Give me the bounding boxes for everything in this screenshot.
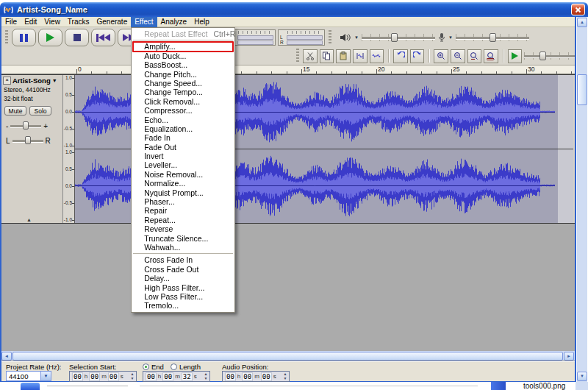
time-digit: 00	[89, 372, 100, 381]
ruler-tick	[346, 71, 347, 74]
play-button[interactable]	[38, 29, 62, 46]
menu-effect[interactable]: Effect Repeat Last EffectCtrl+RAmplify..…	[131, 17, 157, 27]
ruler-tick	[437, 71, 437, 74]
menu-item-bassboost[interactable]: BassBoost...	[132, 60, 234, 69]
menu-item-leveller[interactable]: Leveller...	[132, 160, 234, 169]
menu-item-click-removal[interactable]: Click Removal...	[132, 97, 234, 106]
menu-file[interactable]: File	[1, 17, 21, 27]
undo-button[interactable]	[393, 49, 408, 63]
zoom-out-button[interactable]	[451, 49, 465, 63]
play-at-speed-button[interactable]	[508, 49, 523, 63]
menu-item-wahwah[interactable]: Wahwah...	[132, 243, 234, 252]
ruler-tick	[451, 69, 452, 74]
toolbar-grip[interactable]	[296, 49, 299, 63]
copy-button[interactable]	[320, 49, 334, 63]
slider-thumb[interactable]	[391, 33, 398, 42]
menu-analyze[interactable]: Analyze	[157, 17, 191, 27]
cut-button[interactable]	[303, 49, 318, 63]
menu-item-echo[interactable]: Echo...	[132, 116, 234, 124]
selection-start-field[interactable]: 00h00m00s▲▼	[69, 371, 137, 382]
menu-item-repeat[interactable]: Repeat...	[132, 216, 234, 224]
radio-length[interactable]	[171, 364, 177, 370]
scrollbar-thumb[interactable]	[12, 352, 563, 361]
menu-item-change-pitch[interactable]: Change Pitch...	[132, 70, 234, 79]
menu-item-auto-duck[interactable]: Auto Duck...	[132, 52, 234, 60]
slider-thumb[interactable]	[23, 121, 29, 130]
menu-view[interactable]: View	[40, 17, 64, 27]
menu-item-amplify[interactable]: Amplify...	[132, 42, 234, 51]
menu-item-delay[interactable]: Delay...	[132, 274, 234, 283]
vertical-scale-ruler[interactable]: 1.00.50.0-0.5-1.01.00.50.0-0.5-1.0	[63, 75, 75, 223]
menu-tracks[interactable]: Tracks	[64, 17, 93, 27]
menu-item-change-speed[interactable]: Change Speed...	[132, 79, 234, 88]
menu-item-phaser[interactable]: Phaser...	[132, 197, 234, 206]
spinner-icon[interactable]: ▲▼	[282, 372, 288, 380]
menu-item-normalize[interactable]: Normalize...	[132, 179, 234, 188]
menu-item-fade-out[interactable]: Fade Out	[132, 143, 234, 152]
menu-item-high-pass-filter[interactable]: High Pass Filter...	[132, 283, 234, 292]
combo-dropdown-icon[interactable]: ▼	[40, 372, 51, 380]
slider-thumb[interactable]	[490, 33, 496, 42]
audio-position-field[interactable]: 00h00m00s▲▼	[222, 371, 290, 382]
track-close-button[interactable]: ×	[3, 77, 11, 85]
menu-item-invert[interactable]: Invert	[132, 152, 234, 160]
skip-to-start-button[interactable]	[91, 29, 115, 46]
output-volume-slider[interactable]	[362, 32, 435, 43]
spinner-icon[interactable]: ▲▼	[203, 372, 209, 380]
redo-button[interactable]	[410, 49, 425, 63]
track-area[interactable]: × Artist-Song ▼ Stereo, 44100Hz 32-bit f…	[1, 74, 575, 351]
menu-item-compressor[interactable]: Compressor...	[132, 106, 234, 115]
stop-icon	[74, 34, 81, 41]
chevron-down-icon[interactable]: ▼	[448, 35, 453, 40]
gain-slider[interactable]: - +	[6, 121, 62, 130]
silence-button[interactable]	[370, 49, 384, 63]
menu-item-repair[interactable]: Repair	[132, 206, 234, 215]
slider-thumb[interactable]	[539, 52, 546, 60]
toolbar-grip[interactable]	[329, 30, 331, 45]
menu-item-change-tempo[interactable]: Change Tempo...	[132, 88, 234, 96]
recording-meter[interactable]: L R	[278, 29, 325, 46]
fit-selection-button[interactable]	[467, 49, 482, 63]
close-button[interactable]	[571, 4, 585, 15]
fit-project-button[interactable]	[484, 49, 498, 63]
input-volume-slider[interactable]	[456, 32, 529, 43]
horizontal-scrollbar[interactable]: ◄ ►	[1, 351, 575, 361]
scroll-right-icon[interactable]: ►	[564, 352, 574, 361]
fit-project-icon	[487, 52, 495, 60]
pause-button[interactable]	[12, 29, 36, 46]
scroll-left-icon[interactable]: ◄	[1, 352, 12, 361]
menu-item-nyquist-prompt[interactable]: Nyquist Prompt...	[132, 188, 234, 197]
project-rate-combo[interactable]: 44100 ▼	[6, 371, 51, 381]
menu-edit[interactable]: Edit	[21, 17, 40, 27]
menu-item-reverse[interactable]: Reverse	[132, 224, 234, 233]
selection-end-field[interactable]: 00h00m32s▲▼	[143, 371, 210, 382]
menu-item-cross-fade-out[interactable]: Cross Fade Out	[132, 265, 234, 274]
paste-button[interactable]	[336, 49, 351, 63]
menu-generate[interactable]: Generate	[93, 17, 132, 27]
playback-meter[interactable]: L R	[229, 29, 276, 46]
menu-item-low-pass-filter[interactable]: Low Pass Filter...	[132, 292, 234, 301]
track-collapse-button[interactable]: ▲	[26, 217, 32, 222]
track-menu-arrow-icon[interactable]: ▼	[52, 78, 57, 83]
menu-item-cross-fade-in[interactable]: Cross Fade In	[132, 255, 234, 264]
pan-slider[interactable]: L R	[6, 136, 62, 145]
menu-help[interactable]: Help	[190, 17, 213, 27]
spinner-icon[interactable]: ▲▼	[129, 372, 135, 380]
title-bar[interactable]: Artist-Song_Name	[0, 2, 588, 17]
playback-speed-slider[interactable]	[524, 50, 575, 62]
trim-button[interactable]	[353, 49, 368, 63]
menu-item-truncate-silence[interactable]: Truncate Silence...	[132, 234, 234, 243]
slider-thumb[interactable]	[25, 136, 31, 144]
timeline-ruler[interactable]: 051015202530	[1, 65, 575, 74]
menu-item-noise-removal[interactable]: Noise Removal...	[132, 170, 234, 179]
menu-item-fade-in[interactable]: Fade In	[132, 133, 234, 142]
mute-button[interactable]: Mute	[4, 106, 26, 116]
solo-button[interactable]: Solo	[29, 106, 51, 116]
menu-item-equalization[interactable]: Equalization...	[132, 124, 234, 133]
toolbar-grip[interactable]	[5, 30, 8, 45]
chevron-down-icon[interactable]: ▼	[354, 35, 359, 40]
menu-item-tremolo[interactable]: Tremolo...	[132, 301, 234, 310]
stop-button[interactable]	[65, 29, 89, 46]
zoom-in-button[interactable]	[434, 49, 448, 63]
radio-end[interactable]	[143, 364, 149, 370]
